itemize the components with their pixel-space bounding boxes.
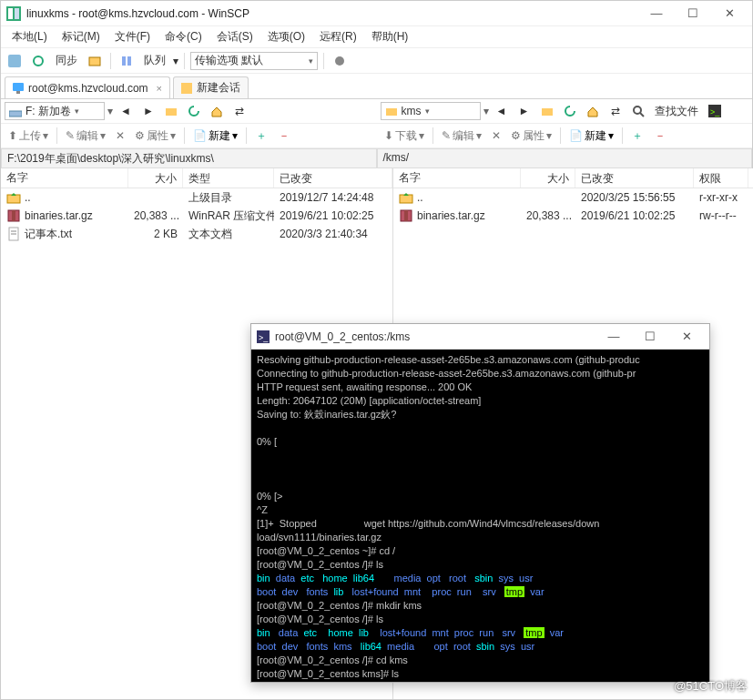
menu-command[interactable]: 命令(C) (159, 26, 208, 47)
maximize-button[interactable]: ☐ (676, 4, 710, 24)
terminal-max-button[interactable]: ☐ (633, 327, 667, 347)
home-icon[interactable] (583, 101, 603, 121)
menubar: 本地(L) 标记(M) 文件(F) 命令(C) 会话(S) 选项(O) 远程(R… (1, 26, 752, 48)
sync-dir-icon[interactable]: ⇄ (605, 101, 626, 121)
new-button[interactable]: 📄新建 ▾ (189, 127, 241, 146)
terminal-title: root@VM_0_2_centos:/kms (275, 330, 596, 343)
col-type[interactable]: 类型 (183, 168, 274, 188)
svg-rect-28 (404, 210, 408, 221)
tab-session[interactable]: root@kms.hzvcloud.com × (5, 76, 170, 98)
menu-options[interactable]: 选项(O) (262, 26, 310, 47)
terminal-titlebar[interactable]: >_ root@VM_0_2_centos:/kms — ☐ ✕ (251, 324, 709, 350)
settings-icon[interactable] (330, 51, 350, 71)
menu-mark[interactable]: 标记(M) (56, 26, 106, 47)
sync-icon[interactable] (28, 51, 48, 71)
svg-rect-20 (7, 195, 20, 203)
edit-button[interactable]: ✎编辑 ▾ (438, 127, 485, 146)
home-icon[interactable] (207, 101, 227, 121)
minus-icon[interactable]: － (274, 126, 294, 146)
svg-rect-12 (9, 111, 22, 117)
find-icon[interactable] (628, 101, 648, 121)
table-row[interactable]: 记事本.txt2 KB文本文档2020/3/3 21:40:34 (1, 225, 392, 243)
table-row[interactable]: binaries.tar.gz20,383 ...2019/6/21 10:02… (393, 207, 753, 225)
col-size[interactable]: 大小 (128, 168, 183, 188)
svg-rect-26 (400, 195, 412, 203)
breadcrumb-left[interactable]: F:\2019年桌面\desktop\深入研究\linuxkms\ (1, 148, 377, 168)
edit-button[interactable]: ✎编辑 ▾ (62, 127, 109, 146)
close-button[interactable]: ✕ (712, 4, 747, 24)
file-icon (399, 190, 413, 205)
watermark: @51CTO博客 (674, 678, 748, 695)
nav-fwd-icon[interactable]: ► (138, 101, 158, 121)
col-date[interactable]: 已改变 (274, 168, 392, 188)
titlebar: linuxkms - root@kms.hzvcloud.com - WinSC… (1, 1, 752, 26)
svg-rect-10 (16, 91, 20, 94)
terminal-body[interactable]: Resolving github-production-release-asse… (251, 350, 709, 682)
headers-left[interactable]: 名字 大小 类型 已改变 (1, 168, 392, 188)
col-date[interactable]: 已改变 (575, 168, 694, 188)
window-title: linuxkms - root@kms.hzvcloud.com - WinSC… (26, 7, 639, 20)
terminal-window: >_ root@VM_0_2_centos:/kms — ☐ ✕ Resolvi… (250, 323, 710, 683)
col-perm[interactable]: 权限 (694, 168, 748, 188)
col-name[interactable]: 名字 (393, 168, 521, 188)
tab-new-session[interactable]: 新建会话 (173, 76, 249, 98)
monitor-icon (13, 83, 24, 94)
terminal-icon[interactable]: >_ (705, 101, 725, 121)
nav-back-icon[interactable]: ◄ (492, 101, 512, 121)
sync-label[interactable]: 同步 (52, 53, 81, 68)
upload-button[interactable]: ⬆上传 ▾ (5, 127, 52, 146)
download-button[interactable]: ⬇下载 ▾ (381, 127, 428, 146)
svg-rect-2 (15, 8, 19, 19)
minus-icon[interactable]: － (650, 126, 670, 146)
file-icon (399, 208, 413, 223)
tab-close-icon[interactable]: × (157, 83, 162, 94)
refresh-icon[interactable] (184, 101, 204, 121)
menu-session[interactable]: 会话(S) (211, 26, 259, 47)
menu-remote[interactable]: 远程(R) (314, 26, 362, 47)
col-size[interactable]: 大小 (521, 168, 575, 188)
nav-back-icon[interactable]: ◄ (116, 101, 136, 121)
menu-file[interactable]: 文件(F) (109, 26, 156, 47)
plus-icon[interactable]: ＋ (627, 126, 647, 146)
folder-icon[interactable] (537, 101, 557, 121)
table-row[interactable]: binaries.tar.gz20,383 ...WinRAR 压缩文件2019… (1, 207, 392, 225)
folder-icon[interactable] (161, 101, 181, 121)
col-name[interactable]: 名字 (1, 168, 128, 188)
delete-button[interactable]: ✕ (488, 127, 504, 144)
table-row[interactable]: ..上级目录2019/12/7 14:24:48 (1, 188, 392, 207)
svg-line-17 (640, 113, 644, 117)
new-session-icon (181, 83, 192, 94)
menu-local[interactable]: 本地(L) (6, 26, 53, 47)
drive-icon (9, 105, 22, 117)
drive-select-right[interactable]: kms▾ (381, 102, 481, 120)
svg-rect-14 (386, 108, 397, 116)
session-tabs: root@kms.hzvcloud.com × 新建会话 (1, 74, 752, 99)
browse-icon[interactable] (85, 51, 105, 71)
sync-dir-icon[interactable]: ⇄ (229, 101, 249, 121)
sync-toggle-icon[interactable] (5, 51, 25, 71)
table-row[interactable]: ..2020/3/25 15:56:55r-xr-xr-xroot (393, 188, 753, 207)
terminal-min-button[interactable]: — (596, 327, 631, 347)
props-button[interactable]: ⚙属性 ▾ (507, 127, 555, 146)
drive-select-left[interactable]: F: 新加卷▾ (5, 102, 105, 120)
nav-fwd-icon[interactable]: ► (514, 101, 534, 121)
plus-icon[interactable]: ＋ (251, 126, 271, 146)
breadcrumb-right[interactable]: /kms/ (377, 148, 753, 168)
col-own[interactable]: 拥有者 (748, 168, 753, 188)
drive-toolbar: F: 新加卷▾ ▾ ◄ ► ⇄ kms▾ ▾ ◄ ► ⇄ 查找文件 >_ (1, 99, 752, 124)
headers-right[interactable]: 名字 大小 已改变 权限 拥有者 (393, 168, 753, 188)
new-button[interactable]: 📄新建 ▾ (565, 127, 617, 146)
find-label[interactable]: 查找文件 (651, 104, 702, 119)
transfer-combo[interactable]: 传输选项 默认▾ (190, 52, 318, 70)
queue-label[interactable]: 队列 (140, 53, 169, 68)
minimize-button[interactable]: — (639, 4, 674, 24)
props-button[interactable]: ⚙属性 ▾ (131, 127, 179, 146)
svg-rect-9 (13, 83, 24, 91)
delete-button[interactable]: ✕ (112, 127, 128, 144)
menu-help[interactable]: 帮助(H) (366, 26, 414, 47)
queue-icon[interactable] (117, 51, 137, 71)
refresh-icon[interactable] (560, 101, 580, 121)
terminal-close-button[interactable]: ✕ (669, 327, 704, 347)
svg-point-8 (335, 56, 344, 66)
svg-text:>_: >_ (259, 333, 269, 342)
